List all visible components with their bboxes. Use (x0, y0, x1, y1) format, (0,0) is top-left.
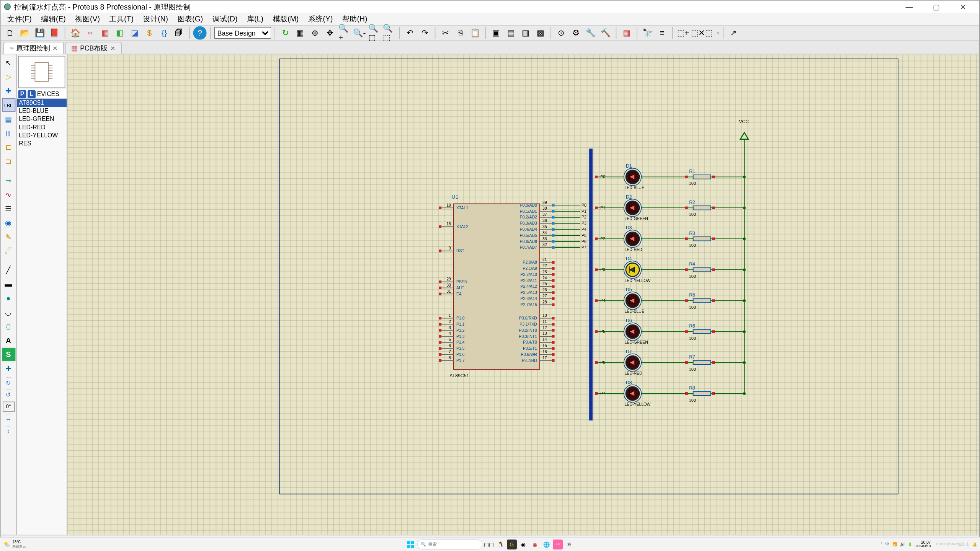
zoom-in-button[interactable]: 🔍+ (338, 26, 351, 40)
minimize-button[interactable]: — (896, 1, 923, 13)
probe-tool[interactable]: ✎ (2, 230, 15, 243)
app-g-icon[interactable]: G (507, 540, 517, 549)
menu-item[interactable]: 设计(N) (139, 14, 172, 24)
open-button[interactable]: 📂 (18, 26, 31, 40)
document-tab[interactable]: ⎃原理图绘制✕ (3, 42, 64, 54)
pcb-button[interactable]: ▦ (98, 26, 112, 40)
menu-item[interactable]: 帮助(H) (338, 14, 371, 24)
block-rotate-button[interactable]: ▥ (519, 26, 532, 40)
menu-item[interactable]: 调试(D) (208, 14, 242, 24)
symbol-tool[interactable]: S (2, 348, 15, 361)
instrument-tool[interactable]: ☄ (2, 244, 15, 258)
help-button[interactable]: ? (193, 26, 207, 40)
tray-chevron-icon[interactable]: ˄ (880, 542, 882, 546)
pan-button[interactable]: ✥ (323, 26, 336, 40)
paste-button[interactable]: 📋 (469, 26, 482, 40)
ime-icon[interactable]: 中 (885, 541, 889, 547)
subcircuit-tool[interactable]: ⊏ (2, 140, 15, 154)
wifi-icon[interactable]: 📶 (892, 542, 897, 546)
design-select[interactable]: Base Design (214, 27, 271, 39)
zoom-area-button[interactable]: 🔍⬚ (382, 26, 396, 40)
device-item[interactable]: LED-YELLOW (17, 131, 67, 139)
cut-button[interactable]: ✂ (439, 26, 452, 40)
taskview-button[interactable]: ▢▢ (484, 540, 494, 549)
close-tab-icon[interactable]: ✕ (52, 45, 58, 52)
arc-tool[interactable]: ◡ (2, 305, 15, 319)
device-item[interactable]: AT89C51 (17, 99, 67, 107)
battery-icon[interactable]: 🔋 (908, 542, 912, 546)
origin-button[interactable]: ⊕ (308, 26, 322, 40)
marker-tool[interactable]: ✚ (2, 362, 15, 375)
code-button[interactable]: {} (157, 26, 171, 40)
mirror-x-button[interactable]: ↔ (5, 414, 11, 424)
mirror-y-button[interactable]: ↕ (7, 426, 10, 436)
block-delete-button[interactable]: ▩ (534, 26, 547, 40)
packaging-button[interactable]: 🔧 (584, 26, 598, 40)
pick-button[interactable]: ⊙ (555, 26, 568, 40)
close-tab-icon[interactable]: ✕ (110, 45, 116, 52)
grid-button[interactable]: ▦ (293, 26, 307, 40)
block-move-button[interactable]: ▤ (504, 26, 518, 40)
app-edge-icon[interactable]: 🌐 (541, 540, 551, 549)
property-button[interactable]: ≡ (655, 26, 669, 40)
new-button[interactable]: 🗋 (3, 26, 17, 40)
weather-widget[interactable]: 13°C局部多云 (3, 540, 26, 549)
menu-item[interactable]: 系统(Y) (304, 14, 337, 24)
box-tool[interactable]: ▬ (2, 277, 15, 290)
volume-icon[interactable]: 🔊 (900, 542, 905, 546)
redraw-button[interactable]: ↻ (279, 26, 292, 40)
block-copy-button[interactable]: ▣ (489, 26, 503, 40)
device-item[interactable]: LED-GREEN (17, 115, 67, 123)
app-proteus-icon[interactable]: ⚛ (564, 540, 574, 549)
circle-tool[interactable]: ● (2, 291, 15, 305)
search-box[interactable]: 🔍搜索 (417, 540, 482, 549)
bom-button[interactable]: $ (143, 26, 156, 40)
gerber-button[interactable]: ◪ (128, 26, 141, 40)
notifications-icon[interactable]: 🔔 (972, 542, 977, 546)
start-button[interactable] (406, 540, 416, 549)
graph-tool[interactable]: ∿ (2, 187, 15, 201)
device-item[interactable]: LED-RED (17, 123, 67, 131)
line-tool[interactable]: ╱ (2, 263, 15, 276)
find-button[interactable]: 🔭 (641, 26, 654, 40)
menu-item[interactable]: 库(L) (243, 14, 267, 24)
new-sheet-button[interactable]: ⬚+ (676, 26, 690, 40)
device-item[interactable]: RES (17, 139, 67, 147)
label-tool[interactable]: LBL (2, 98, 15, 112)
zoom-out-button[interactable]: 🔍- (353, 26, 366, 40)
design-explorer-button[interactable]: ▦ (620, 26, 633, 40)
app-steam-icon[interactable]: ◉ (518, 540, 528, 549)
schematic-canvas[interactable]: U1AT89C5119XTAL118XTAL29RST29PSEN30ALE31… (67, 54, 979, 535)
3d-button[interactable]: ◧ (113, 26, 126, 40)
device-item[interactable]: LED-BLUE (17, 107, 67, 115)
text2-tool[interactable]: A (2, 334, 15, 347)
decompose-button[interactable]: 🔨 (599, 26, 612, 40)
maximize-button[interactable]: ▢ (923, 1, 949, 13)
save-button[interactable]: 💾 (33, 26, 46, 40)
app-red-icon[interactable]: ▦ (530, 540, 540, 549)
zoom-all-button[interactable]: 🔍▢ (368, 26, 381, 40)
rotate-ccw-button[interactable]: ↺ (6, 390, 11, 399)
bus-tool[interactable]: ⫼ (2, 127, 15, 140)
component-tool[interactable]: ▷ (2, 70, 15, 83)
goto-sheet-button[interactable]: ⬚→ (706, 26, 719, 40)
junction-tool[interactable]: ✚ (2, 84, 15, 98)
app-qq-icon[interactable]: 🐧 (495, 540, 505, 549)
menu-item[interactable]: 模版(M) (269, 14, 303, 24)
text-tool[interactable]: ▤ (2, 112, 15, 126)
pin-tool[interactable]: ⊸ (2, 174, 15, 187)
exit-button[interactable]: ↗ (727, 26, 740, 40)
pick-libs-button[interactable]: L (28, 90, 36, 98)
app-bili-icon[interactable]: bili (553, 540, 563, 549)
undo-button[interactable]: ↶ (403, 26, 416, 40)
device-list[interactable]: AT89C51LED-BLUELED-GREENLED-REDLED-YELLO… (17, 99, 67, 535)
make-device-button[interactable]: ⚙ (569, 26, 583, 40)
home-button[interactable]: 🏠 (69, 26, 82, 40)
menu-item[interactable]: 视图(V) (71, 14, 104, 24)
document-tab[interactable]: ▦PCB布版✕ (65, 42, 122, 54)
clock[interactable]: 20:072024/3/10 (915, 540, 931, 548)
terminal-tool[interactable]: ⊐ (2, 155, 15, 168)
menu-item[interactable]: 工具(T) (105, 14, 137, 24)
tape-tool[interactable]: ☰ (2, 202, 15, 215)
schematic-button[interactable]: ⎃ (83, 26, 97, 40)
